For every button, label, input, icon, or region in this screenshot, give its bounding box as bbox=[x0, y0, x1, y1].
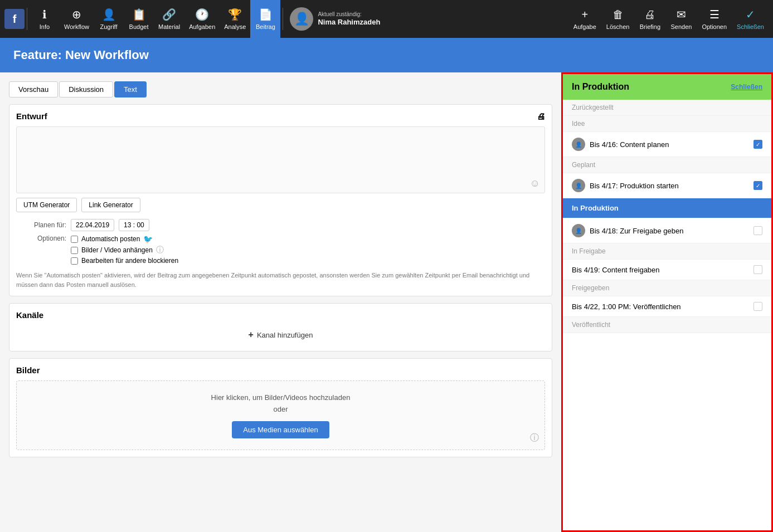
tab-vorschau[interactable]: Vorschau bbox=[9, 81, 58, 97]
kanale-card: Kanäle + Kanal hinzufügen bbox=[9, 303, 552, 352]
nav-separator bbox=[27, 8, 27, 30]
workflow-item: Geplant bbox=[563, 157, 771, 173]
generator-buttons: UTM Generator Link Generator bbox=[16, 198, 545, 212]
nav-workflow[interactable]: ⊕ Workflow bbox=[60, 0, 94, 38]
step-checkbox[interactable] bbox=[753, 181, 762, 190]
nav-zugriff[interactable]: 👤 Zugriff bbox=[94, 0, 124, 38]
planen-time[interactable]: 13 : 00 bbox=[119, 219, 149, 231]
action-briefing-label: Briefing bbox=[640, 23, 660, 30]
nav-info[interactable]: ℹ Info bbox=[30, 0, 60, 38]
analyse-icon: 🏆 bbox=[228, 8, 242, 21]
kanale-header: Kanäle bbox=[16, 310, 545, 320]
planen-label: Planen für: bbox=[16, 221, 66, 229]
workflow-item[interactable]: In Produktion bbox=[563, 198, 771, 218]
planen-row: Planen für: 22.04.2019 13 : 00 bbox=[16, 219, 545, 231]
avatar: 👤 bbox=[290, 7, 313, 31]
tab-text[interactable]: Text bbox=[114, 81, 147, 97]
utm-generator-btn[interactable]: UTM Generator bbox=[16, 198, 77, 212]
planen-date[interactable]: 22.04.2019 bbox=[71, 219, 114, 231]
workflow-item: Veröffentlicht bbox=[563, 317, 771, 333]
step-checkbox[interactable] bbox=[753, 140, 762, 149]
auto-post-checkbox[interactable] bbox=[71, 236, 78, 243]
page-title: Feature: New Workflow bbox=[13, 48, 149, 62]
nav-aufgaben[interactable]: 🕐 Aufgaben bbox=[184, 0, 220, 38]
step-text: Bis 4/19: Content freigaben bbox=[572, 266, 749, 274]
checkmark-icon: ✓ bbox=[746, 8, 755, 21]
right-panel: In Produktion Schließen ZurückgestelltId… bbox=[561, 72, 773, 532]
workflow-item[interactable]: 👤Bis 4/18: Zur Freigabe geben bbox=[563, 218, 771, 243]
step-checkbox[interactable] bbox=[753, 265, 762, 274]
rp-title: In Produktion bbox=[572, 82, 629, 92]
action-aufgabe[interactable]: + Aufgabe bbox=[569, 0, 601, 38]
add-channel-button[interactable]: + Kanal hinzufügen bbox=[16, 325, 545, 344]
left-content: Vorschau Diskussion Text Entwurf 🖨 ☺ UTM… bbox=[0, 72, 561, 532]
auto-post-label: Automatisch posten bbox=[81, 235, 140, 243]
step-checkbox[interactable] bbox=[753, 302, 762, 311]
blockieren-checkbox[interactable] bbox=[71, 257, 78, 265]
trash-icon: 🗑 bbox=[612, 8, 624, 21]
checkbox-bilder: Bilder / Video anhängen ⓘ bbox=[71, 245, 178, 255]
material-icon: 🔗 bbox=[162, 8, 176, 21]
bilder-title: Bilder bbox=[16, 365, 40, 375]
upload-info-icon: ⓘ bbox=[530, 432, 539, 444]
workflow-item[interactable]: 👤Bis 4/17: Produktion starten bbox=[563, 173, 771, 198]
step-text: Bis 4/18: Zur Freigabe geben bbox=[590, 227, 749, 235]
workflow-item: Zurückgestellt bbox=[563, 100, 771, 116]
action-optionen-label: Optionen bbox=[702, 23, 727, 30]
entwurf-header: Entwurf 🖨 bbox=[16, 111, 545, 121]
entwurf-title: Entwurf bbox=[16, 111, 47, 121]
nav-beitrag[interactable]: 📄 Beitrag bbox=[250, 0, 280, 38]
workflow-item[interactable]: Bis 4/22, 1:00 PM: Veröffentlichen bbox=[563, 296, 771, 317]
action-aufgabe-label: Aufgabe bbox=[573, 23, 596, 30]
plus-icon: + bbox=[581, 8, 588, 21]
step-checkbox[interactable] bbox=[753, 226, 762, 235]
action-loschen[interactable]: 🗑 Löschen bbox=[602, 0, 634, 38]
user-info: Aktuell zuständig: Nima Rahimzadeh bbox=[318, 11, 380, 27]
nav-budget[interactable]: 📋 Budget bbox=[124, 0, 154, 38]
upload-button[interactable]: Aus Medien auswählen bbox=[232, 421, 329, 438]
bilder-checkbox[interactable] bbox=[71, 247, 78, 254]
workflow-item[interactable]: 👤Bis 4/16: Content planen bbox=[563, 132, 771, 157]
bilder-header: Bilder bbox=[16, 365, 545, 375]
action-senden-label: Senden bbox=[670, 23, 692, 30]
printer-icon: 🖨 bbox=[644, 8, 655, 21]
entwurf-card: Entwurf 🖨 ☺ UTM Generator Link Generator… bbox=[9, 104, 552, 296]
nav-analyse[interactable]: 🏆 Analyse bbox=[220, 0, 250, 38]
facebook-icon[interactable]: f bbox=[4, 9, 25, 29]
action-schliessen-label: Schließen bbox=[737, 23, 764, 30]
action-schliessen[interactable]: ✓ Schließen bbox=[732, 0, 769, 38]
user-name: Nima Rahimzadeh bbox=[318, 18, 380, 27]
user-area: 👤 Aktuell zuständig: Nima Rahimzadeh bbox=[290, 7, 380, 31]
step-text: Bis 4/16: Content planen bbox=[590, 140, 749, 149]
nav-zugriff-label: Zugriff bbox=[100, 23, 118, 30]
step-text: Bis 4/22, 1:00 PM: Veröffentlichen bbox=[572, 302, 749, 311]
entwurf-textarea[interactable]: ☺ bbox=[16, 126, 545, 193]
tab-diskussion[interactable]: Diskussion bbox=[59, 81, 113, 97]
action-briefing[interactable]: 🖨 Briefing bbox=[635, 0, 665, 38]
add-channel-label: Kanal hinzufügen bbox=[257, 331, 313, 339]
link-generator-btn[interactable]: Link Generator bbox=[81, 198, 140, 212]
upload-area[interactable]: Hier klicken, um Bilder/Videos hochzulad… bbox=[16, 380, 545, 450]
bilder-label: Bilder / Video anhängen bbox=[81, 246, 153, 254]
entwurf-print-icon[interactable]: 🖨 bbox=[537, 111, 545, 121]
zugriff-icon: 👤 bbox=[102, 8, 116, 21]
page-header: Feature: New Workflow bbox=[0, 38, 773, 72]
emoji-icon[interactable]: ☺ bbox=[530, 178, 540, 189]
right-actions: + Aufgabe 🗑 Löschen 🖨 Briefing ✉ Senden … bbox=[569, 0, 769, 38]
workflow-item[interactable]: Bis 4/19: Content freigaben bbox=[563, 260, 771, 280]
rp-close-link[interactable]: Schließen bbox=[731, 83, 762, 91]
workflow-item: Freigegeben bbox=[563, 280, 771, 296]
step-text: Bis 4/17: Produktion starten bbox=[590, 182, 749, 190]
nav-material[interactable]: 🔗 Material bbox=[154, 0, 184, 38]
nav-info-label: Info bbox=[40, 23, 50, 30]
workflow-steps-list: ZurückgestelltIdee👤Bis 4/16: Content pla… bbox=[563, 100, 771, 333]
action-optionen[interactable]: ☰ Optionen bbox=[697, 0, 731, 38]
budget-icon: 📋 bbox=[132, 8, 146, 21]
action-loschen-label: Löschen bbox=[606, 23, 630, 30]
blockieren-label: Bearbeiten für andere blockieren bbox=[81, 257, 178, 265]
bilder-info-icon: ⓘ bbox=[156, 245, 164, 255]
optionen-label: Optionen: bbox=[16, 235, 66, 242]
action-senden[interactable]: ✉ Senden bbox=[666, 0, 696, 38]
nav-beitrag-label: Beitrag bbox=[256, 23, 275, 30]
main-layout: Vorschau Diskussion Text Entwurf 🖨 ☺ UTM… bbox=[0, 72, 773, 532]
